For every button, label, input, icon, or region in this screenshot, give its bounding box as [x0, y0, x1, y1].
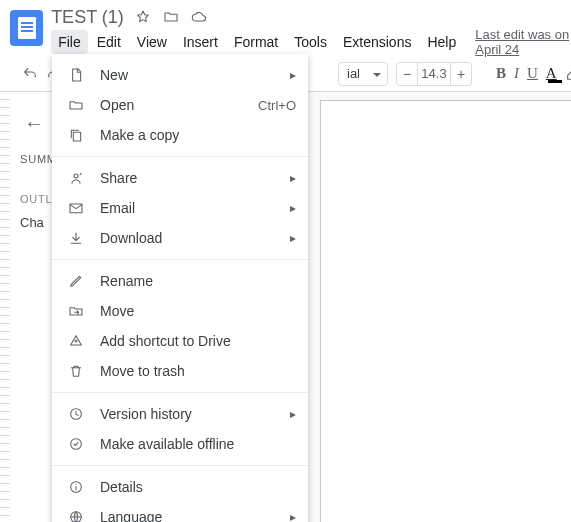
menu-insert[interactable]: Insert: [176, 30, 225, 54]
menu-item-share[interactable]: Share ▸: [52, 163, 308, 193]
menu-label: Make a copy: [100, 127, 296, 143]
share-icon: [66, 168, 86, 188]
font-size-control: − 14.3 +: [396, 62, 472, 86]
file-menu-dropdown: New ▸ Open Ctrl+O Make a copy Share ▸ Em…: [52, 54, 308, 522]
italic-button[interactable]: I: [514, 65, 519, 82]
submenu-arrow-icon: ▸: [290, 407, 296, 421]
svg-rect-0: [73, 132, 80, 141]
highlight-color-button[interactable]: [565, 62, 571, 86]
copy-icon: [66, 125, 86, 145]
menu-tools[interactable]: Tools: [287, 30, 334, 54]
document-page[interactable]: [320, 100, 571, 522]
submenu-arrow-icon: ▸: [290, 171, 296, 185]
star-icon[interactable]: [134, 8, 152, 26]
menu-view[interactable]: View: [130, 30, 174, 54]
move-folder-icon[interactable]: [162, 8, 180, 26]
submenu-arrow-icon: ▸: [290, 510, 296, 522]
menu-label: New: [100, 67, 282, 83]
folder-open-icon: [66, 95, 86, 115]
folder-move-icon: [66, 301, 86, 321]
collapse-outline-icon[interactable]: ←: [0, 92, 60, 153]
menu-label: Make available offline: [100, 436, 296, 452]
menu-item-details[interactable]: Details: [52, 472, 308, 502]
font-size-value[interactable]: 14.3: [417, 63, 451, 85]
menu-label: Move to trash: [100, 363, 296, 379]
menu-item-rename[interactable]: Rename: [52, 266, 308, 296]
menu-item-download[interactable]: Download ▸: [52, 223, 308, 253]
submenu-arrow-icon: ▸: [290, 201, 296, 215]
docs-logo[interactable]: [10, 10, 43, 46]
underline-button[interactable]: U: [527, 65, 538, 82]
menu-item-offline[interactable]: Make available offline: [52, 429, 308, 459]
menu-format[interactable]: Format: [227, 30, 285, 54]
menu-label: Download: [100, 230, 282, 246]
font-family-select[interactable]: ial: [338, 62, 388, 86]
menu-label: Rename: [100, 273, 296, 289]
bold-button[interactable]: B: [496, 65, 506, 82]
offline-icon: [66, 434, 86, 454]
info-icon: [66, 477, 86, 497]
svg-point-1: [74, 174, 78, 178]
outline-item[interactable]: Cha: [0, 215, 60, 230]
menu-file[interactable]: File: [51, 30, 88, 54]
undo-button[interactable]: [22, 62, 38, 86]
menu-item-move[interactable]: Move: [52, 296, 308, 326]
text-color-button[interactable]: A: [546, 65, 557, 82]
submenu-arrow-icon: ▸: [290, 68, 296, 82]
menu-item-new[interactable]: New ▸: [52, 60, 308, 90]
menu-item-email[interactable]: Email ▸: [52, 193, 308, 223]
menu-extensions[interactable]: Extensions: [336, 30, 418, 54]
menu-label: Open: [100, 97, 258, 113]
submenu-arrow-icon: ▸: [290, 231, 296, 245]
history-icon: [66, 404, 86, 424]
menu-label: Email: [100, 200, 282, 216]
menu-item-add-shortcut[interactable]: Add shortcut to Drive: [52, 326, 308, 356]
menu-item-open[interactable]: Open Ctrl+O: [52, 90, 308, 120]
summary-heading: SUMMARY: [0, 153, 60, 165]
drive-shortcut-icon: [66, 331, 86, 351]
menu-item-make-copy[interactable]: Make a copy: [52, 120, 308, 150]
menu-help[interactable]: Help: [420, 30, 463, 54]
document-title[interactable]: TEST (1): [51, 7, 124, 28]
menu-item-move-to-trash[interactable]: Move to trash: [52, 356, 308, 386]
cloud-status-icon[interactable]: [190, 8, 208, 26]
menu-item-language[interactable]: Language ▸: [52, 502, 308, 522]
email-icon: [66, 198, 86, 218]
menu-bar: File Edit View Insert Format Tools Exten…: [51, 30, 571, 54]
font-size-decrease[interactable]: −: [397, 66, 417, 82]
outline-panel: ← SUMMARY OUTLINE Cha: [0, 92, 60, 230]
menu-label: Details: [100, 479, 296, 495]
font-size-increase[interactable]: +: [451, 66, 471, 82]
trash-icon: [66, 361, 86, 381]
document-icon: [66, 65, 86, 85]
download-icon: [66, 228, 86, 248]
menu-label: Share: [100, 170, 282, 186]
menu-label: Move: [100, 303, 296, 319]
menu-label: Add shortcut to Drive: [100, 333, 296, 349]
menu-edit[interactable]: Edit: [90, 30, 128, 54]
shortcut-label: Ctrl+O: [258, 98, 296, 113]
menu-label: Language: [100, 509, 282, 522]
pencil-icon: [66, 271, 86, 291]
last-edit-link[interactable]: Last edit was on April 24: [475, 27, 571, 57]
menu-label: Version history: [100, 406, 282, 422]
menu-item-version-history[interactable]: Version history ▸: [52, 399, 308, 429]
outline-heading: OUTLINE: [0, 193, 60, 205]
globe-icon: [66, 507, 86, 522]
